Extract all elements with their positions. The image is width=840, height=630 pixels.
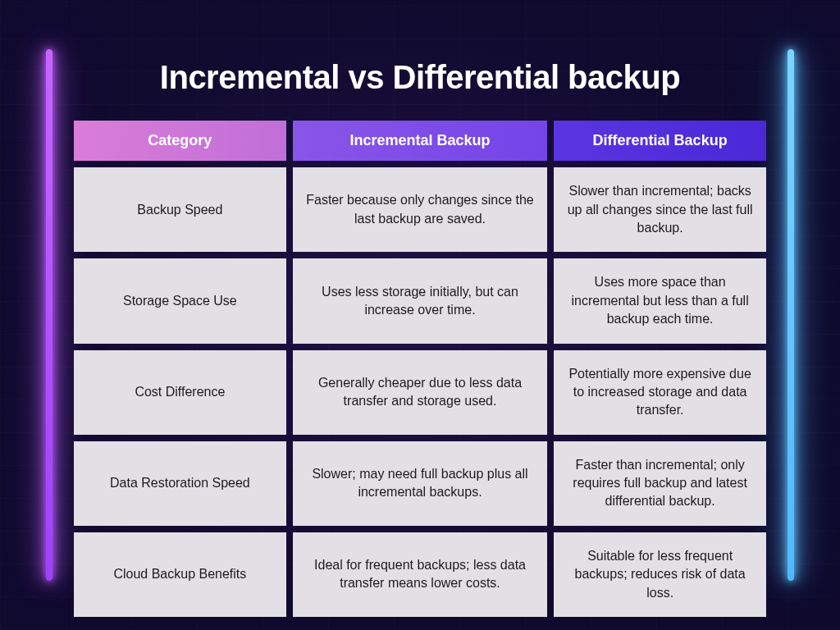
cell-differential: Uses more space than incremental but les… [554, 258, 766, 343]
cell-incremental: Generally cheaper due to less data trans… [293, 350, 548, 435]
cell-category: Cost Difference [74, 350, 286, 435]
table-row: Backup Speed Faster because only changes… [74, 167, 766, 252]
cell-category: Data Restoration Speed [74, 441, 286, 526]
cell-category: Storage Space Use [74, 258, 286, 343]
cell-category: Backup Speed [74, 167, 286, 252]
cell-incremental: Uses less storage initially, but can inc… [293, 258, 548, 343]
content-area: Incremental vs Differential backup Categ… [0, 0, 840, 630]
cell-incremental: Faster because only changes since the la… [293, 167, 548, 252]
cell-category: Cloud Backup Benefits [74, 532, 286, 617]
cell-differential: Faster than incremental; only requires f… [554, 441, 766, 526]
cell-differential: Suitable for less frequent backups; redu… [554, 532, 766, 617]
header-category: Category [74, 121, 286, 161]
table-row: Storage Space Use Uses less storage init… [74, 258, 766, 343]
table-row: Cost Difference Generally cheaper due to… [74, 350, 766, 435]
cell-incremental: Ideal for frequent backups; less data tr… [293, 532, 548, 617]
comparison-table: Category Incremental Backup Differential… [74, 121, 766, 617]
table-row: Data Restoration Speed Slower; may need … [74, 441, 766, 526]
cell-incremental: Slower; may need full backup plus all in… [293, 441, 548, 526]
cell-differential: Potentially more expensive due to increa… [554, 350, 766, 435]
page-title: Incremental vs Differential backup [74, 59, 766, 96]
table-header-row: Category Incremental Backup Differential… [74, 121, 766, 161]
cell-differential: Slower than incremental; backs up all ch… [554, 167, 766, 252]
table-row: Cloud Backup Benefits Ideal for frequent… [74, 532, 766, 617]
header-differential: Differential Backup [554, 121, 766, 161]
header-incremental: Incremental Backup [293, 121, 548, 161]
